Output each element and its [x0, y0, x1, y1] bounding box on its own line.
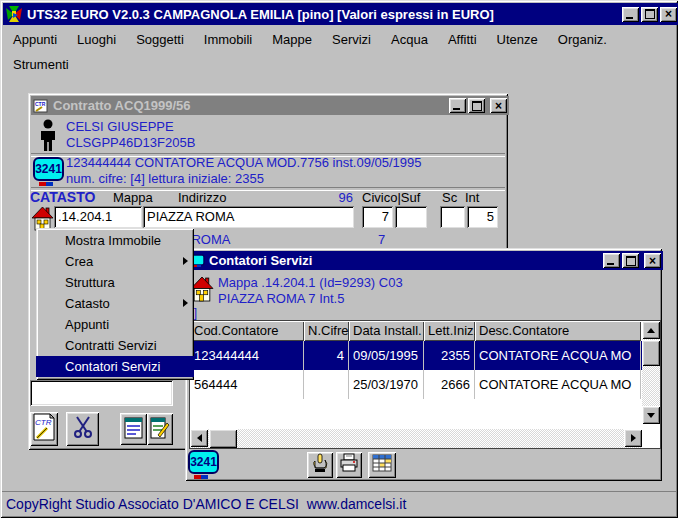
contratto-titlebar: CTR Contratto ACQ1999/56 × [31, 96, 509, 115]
context-menu-item-mostra-immobile[interactable]: Mostra Immobile [36, 230, 194, 251]
contatori-titlebar: Contatori Servizi × [188, 251, 663, 270]
notes-listbox[interactable] [30, 380, 173, 406]
column-header-n-cifre[interactable]: N.Cifre [304, 321, 349, 341]
context-menu-item-crea[interactable]: Crea [36, 251, 194, 272]
context-menu-item-struttura[interactable]: Struttura [36, 272, 194, 293]
main-title: UTS32 EURO V2.0.3 CAMPAGNOLA EMILIA [pin… [27, 7, 494, 22]
contatori-info-line1: Mappa .14.204.1 (Id=9293) C03 [218, 275, 403, 291]
counter-badge-marks [39, 182, 53, 186]
contatori-minimize-button[interactable] [603, 253, 620, 268]
indirizzo-column-label: Indirizzo [178, 190, 226, 205]
suf-field[interactable] [395, 206, 427, 228]
table-cell: 4 [304, 341, 349, 370]
table-cell: 2355 [424, 341, 475, 370]
scroll-down-button[interactable] [642, 406, 660, 424]
edit-notes-button[interactable] [147, 413, 173, 445]
indirizzo-field[interactable]: PIAZZA ROMA [143, 206, 354, 228]
menu-affitti[interactable]: Affitti [438, 28, 487, 51]
contatori-maximize-button[interactable] [622, 253, 639, 268]
menu-strumenti[interactable]: Strumenti [3, 53, 79, 76]
column-header-data-install-[interactable]: Data Install. [349, 321, 424, 341]
contatori-info-line2: PIAZZA ROMA 7 Int.5 [218, 291, 344, 307]
mappa-field[interactable]: .14.204.1 [54, 206, 142, 228]
contract-document-icon: CTR [33, 99, 49, 113]
menu-appunti[interactable]: Appunti [3, 28, 67, 51]
scroll-left-button[interactable] [190, 429, 208, 447]
horizontal-scroll-thumb[interactable] [209, 429, 237, 448]
menu-bar-row2: Strumenti [3, 52, 675, 77]
vertical-scroll-thumb[interactable] [642, 340, 660, 366]
contratto-close-button[interactable]: × [490, 98, 507, 113]
table-body: 123444444409/05/19952355CONTATORE ACQUA … [190, 341, 660, 399]
context-menu-item-catasto[interactable]: Catasto [36, 293, 194, 314]
menu-mappe[interactable]: Mappe [262, 28, 322, 51]
person-icon [38, 119, 58, 156]
catasto-label[interactable]: CATASTO [30, 189, 95, 205]
select-button[interactable] [307, 452, 333, 478]
submenu-arrow-icon [183, 299, 188, 307]
column-header-cod-contatore[interactable]: Cod.Contatore [190, 321, 304, 341]
print-button[interactable] [336, 452, 362, 478]
menu-soggetti[interactable]: Soggetti [126, 28, 194, 51]
status-text: CopyRight Studio Associato D'AMICO E CEL… [2, 496, 406, 512]
contratto-title: Contratto ACQ1999/56 [53, 98, 191, 113]
person-name: CELSI GIUSEPPE [66, 119, 174, 135]
scissors-icon [71, 415, 95, 443]
civico-suf-column-label: Civico|Suf [362, 190, 420, 205]
menu-servizi[interactable]: Servizi [322, 28, 381, 51]
contatori-window: Contatori Servizi × Mappa .14.204.1 (Id=… [185, 248, 662, 481]
counter-badge: 3241 [188, 450, 219, 474]
table-cell: 2666 [424, 370, 475, 399]
table-cell: CONTATORE ACQUA MO [475, 370, 641, 399]
cut-button[interactable] [66, 412, 99, 446]
maximize-button[interactable] [641, 7, 658, 22]
scroll-right-button[interactable] [624, 429, 642, 447]
notes-button[interactable] [120, 413, 147, 445]
vertical-scrollbar[interactable] [642, 321, 660, 424]
notepad-edit-icon [150, 415, 170, 443]
menu-organiz[interactable]: Organiz. [548, 28, 617, 51]
menu-immobili[interactable]: Immobili [194, 28, 262, 51]
table-cell: 25/03/1970 [349, 370, 424, 399]
context-menu-item-appunti[interactable]: Appunti [36, 314, 194, 335]
table-cell: 123444444 [190, 341, 304, 370]
counter-badge: 3241 [33, 157, 64, 181]
civico-field[interactable]: 7 [362, 206, 393, 228]
table-cell: CONTATORE ACQUA MO [475, 341, 641, 370]
app-logo-icon [5, 5, 23, 23]
contratto-minimize-button[interactable] [449, 98, 466, 113]
menu-bar: AppuntiLuoghiSoggettiImmobiliMappeServiz… [3, 27, 675, 52]
contatori-close-button[interactable]: × [644, 253, 661, 268]
sc-column-label: Sc [442, 190, 457, 205]
hand-icon [311, 453, 329, 477]
table-row[interactable]: 56444425/03/19702666CONTATORE ACQUA MO [190, 370, 660, 399]
svg-text:CTR: CTR [35, 101, 46, 107]
minimize-button[interactable] [622, 7, 639, 22]
submenu-arrow-icon [183, 257, 188, 265]
contatori-table: Cod.ContatoreN.CifreData Install.Lett.In… [189, 320, 661, 449]
address-civico: 7 [378, 232, 385, 248]
scroll-up-button[interactable] [642, 321, 660, 339]
contract-ctr-button[interactable]: CTR [30, 412, 58, 446]
sc-field[interactable] [440, 206, 465, 228]
context-menu-item-contratti-servizi[interactable]: Contratti Servizi [36, 335, 194, 356]
menu-luoghi[interactable]: Luoghi [67, 28, 126, 51]
int-column-label: Int [465, 190, 479, 205]
printer-icon [339, 453, 359, 477]
counter-line1: 123444444 CONTATORE ACQUA MOD.7756 inst.… [66, 155, 422, 171]
column-header-lett-iniz-[interactable]: Lett.Iniz. [424, 321, 475, 341]
column-header-desc-contatore[interactable]: Desc.Contatore [475, 321, 641, 341]
contratto-maximize-button[interactable] [468, 98, 485, 113]
svg-text:CTR: CTR [35, 418, 52, 427]
context-menu: Mostra ImmobileCreaStrutturaCatastoAppun… [36, 228, 194, 380]
close-button[interactable]: × [660, 7, 677, 22]
grid-view-button[interactable] [368, 452, 396, 478]
notepad-icon [124, 415, 143, 443]
contatori-title: Contatori Servizi [209, 253, 312, 268]
table-row[interactable]: 123444444409/05/19952355CONTATORE ACQUA … [190, 341, 660, 370]
context-menu-item-contatori-servizi[interactable]: Contatori Servizi [36, 356, 194, 377]
int-field[interactable]: 5 [467, 206, 498, 228]
menu-utenze[interactable]: Utenze [487, 28, 548, 51]
horizontal-scrollbar[interactable] [190, 429, 642, 448]
menu-acqua[interactable]: Acqua [381, 28, 438, 51]
